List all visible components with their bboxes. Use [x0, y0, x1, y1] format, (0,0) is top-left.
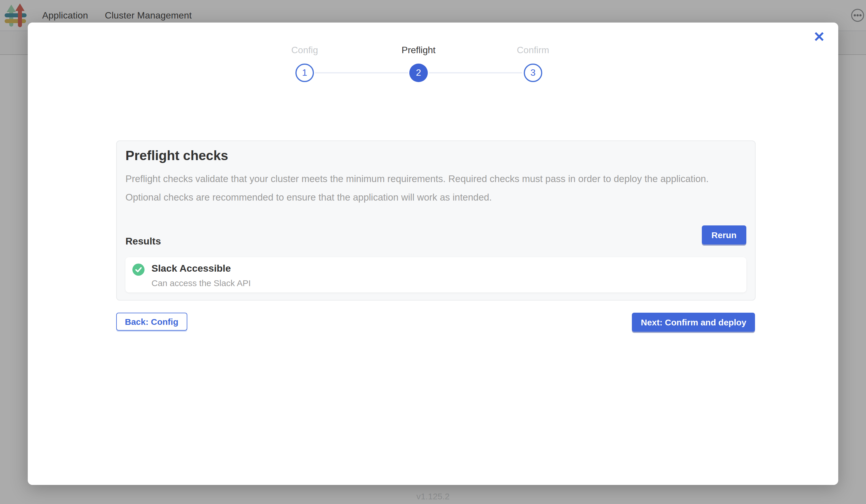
back-config-button[interactable]: Back: Config — [116, 313, 187, 331]
step-preflight: Preflight 2 — [372, 45, 465, 82]
results-heading: Results — [125, 236, 161, 247]
deploy-wizard-modal: ✕ Config 1 Preflight 2 Confirm 3 Preflig… — [28, 23, 838, 485]
step-label: Confirm — [487, 45, 579, 56]
wizard-footer: Back: Config Next: Confirm and deploy — [116, 313, 755, 332]
step-label: Config — [258, 45, 351, 56]
result-text: Slack Accessible Can access the Slack AP… — [152, 262, 251, 288]
panel-description: Preflight checks validate that your clus… — [125, 170, 709, 206]
step-confirm: Confirm 3 — [487, 45, 579, 82]
result-message: Can access the Slack API — [152, 278, 251, 288]
screen: Application Cluster Management v1.125.2 … — [0, 0, 866, 504]
result-title: Slack Accessible — [152, 262, 251, 275]
step-number-badge: 3 — [524, 64, 542, 82]
next-confirm-deploy-button[interactable]: Next: Confirm and deploy — [632, 313, 755, 332]
check-circle-icon — [132, 264, 145, 276]
rerun-button[interactable]: Rerun — [701, 225, 746, 245]
step-config: Config 1 — [258, 45, 351, 82]
preflight-panel: Preflight checks Preflight checks valida… — [116, 141, 756, 301]
step-number-badge: 1 — [296, 64, 314, 82]
close-icon[interactable]: ✕ — [813, 30, 825, 44]
step-number-badge: 2 — [409, 64, 428, 82]
panel-title: Preflight checks — [125, 148, 228, 164]
preflight-result-row: Slack Accessible Can access the Slack AP… — [125, 257, 746, 292]
step-label: Preflight — [372, 45, 465, 56]
